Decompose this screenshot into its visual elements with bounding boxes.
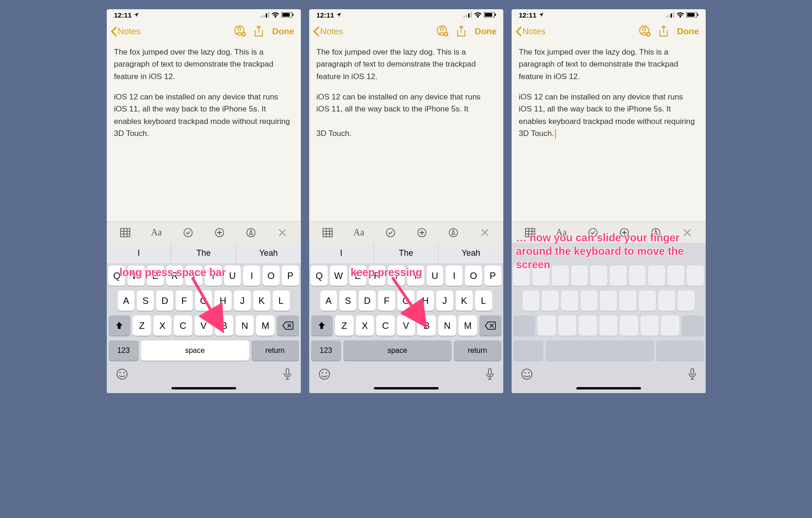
ghost-backspace[interactable]	[682, 315, 703, 336]
close-icon[interactable]	[272, 224, 293, 241]
key-o[interactable]: O	[465, 265, 482, 286]
key-q[interactable]: Q	[108, 265, 125, 286]
key-z[interactable]: Z	[133, 315, 151, 336]
key-p[interactable]: P	[484, 265, 501, 286]
key-y[interactable]: Y	[407, 265, 424, 286]
share-icon[interactable]	[251, 24, 267, 39]
ghost-key[interactable]	[648, 265, 665, 286]
add-person-icon[interactable]	[232, 24, 248, 39]
ghost-key[interactable]	[542, 290, 559, 311]
key-a[interactable]: A	[320, 290, 337, 311]
note-content[interactable]: The fox jumped over the lazy dog. This i…	[107, 43, 301, 222]
add-icon[interactable]	[614, 224, 635, 241]
note-content[interactable]: The fox jumped over the lazy dog. This i…	[512, 43, 706, 222]
home-indicator[interactable]	[374, 387, 439, 389]
key-u[interactable]: U	[427, 265, 444, 286]
ghost-key[interactable]	[558, 315, 577, 336]
key-h[interactable]: H	[417, 290, 434, 311]
share-icon[interactable]	[453, 24, 469, 39]
table-icon[interactable]	[520, 224, 540, 241]
key-c[interactable]: C	[174, 315, 192, 336]
key-l[interactable]: L	[475, 290, 492, 311]
suggestion-2[interactable]: The	[374, 243, 439, 263]
add-icon[interactable]	[412, 224, 432, 241]
key-o[interactable]: O	[263, 265, 280, 286]
key-t[interactable]: T	[185, 265, 202, 286]
key-z[interactable]: Z	[335, 315, 354, 336]
ghost-return[interactable]	[656, 340, 704, 361]
ghost-key[interactable]	[571, 265, 588, 286]
close-icon[interactable]	[677, 224, 697, 241]
checklist-icon[interactable]	[178, 224, 198, 241]
ghost-key[interactable]	[537, 315, 556, 336]
add-icon[interactable]	[209, 224, 230, 241]
key-w[interactable]: W	[128, 265, 145, 286]
key-d[interactable]: D	[359, 290, 376, 311]
suggestion-1[interactable]: I	[309, 243, 374, 263]
ghost-space[interactable]	[546, 340, 654, 361]
key-h[interactable]: H	[214, 290, 232, 311]
key-k[interactable]: K	[456, 290, 473, 311]
backspace-key[interactable]	[277, 315, 299, 336]
ghost-key[interactable]	[658, 290, 675, 311]
ghost-key[interactable]	[532, 265, 549, 286]
back-button[interactable]: Notes	[515, 26, 546, 37]
ghost-key[interactable]	[687, 265, 704, 286]
key-f[interactable]: F	[378, 290, 395, 311]
key-y[interactable]: Y	[205, 265, 222, 286]
ghost-key[interactable]	[579, 315, 597, 336]
ghost-key[interactable]	[610, 265, 627, 286]
key-d[interactable]: D	[156, 290, 173, 311]
key-w[interactable]: W	[330, 265, 347, 286]
home-indicator[interactable]	[171, 387, 236, 389]
ghost-key[interactable]	[639, 290, 656, 311]
key-e[interactable]: E	[147, 265, 164, 286]
return-key[interactable]: return	[251, 340, 299, 361]
key-g[interactable]: G	[195, 290, 212, 311]
ghost-key[interactable]	[513, 265, 530, 286]
markup-icon[interactable]	[443, 224, 464, 241]
dictation-icon[interactable]	[486, 368, 494, 382]
key-x[interactable]: X	[153, 315, 172, 336]
done-button[interactable]: Done	[674, 26, 702, 37]
ghost-key[interactable]	[523, 290, 540, 311]
checklist-icon[interactable]	[583, 224, 603, 241]
key-p[interactable]: P	[282, 265, 299, 286]
key-m[interactable]: M	[256, 315, 275, 336]
ghost-key[interactable]	[619, 290, 636, 311]
key-b[interactable]: B	[215, 315, 233, 336]
key-l[interactable]: L	[273, 290, 290, 311]
space-key[interactable]: space	[141, 340, 249, 361]
ghost-key[interactable]	[620, 315, 638, 336]
key-c[interactable]: C	[376, 315, 395, 336]
done-button[interactable]: Done	[269, 26, 297, 37]
ghost-numeric[interactable]	[513, 340, 543, 361]
ghost-key[interactable]	[552, 265, 569, 286]
numeric-key[interactable]: 123	[311, 340, 341, 361]
key-e[interactable]: E	[349, 265, 366, 286]
key-r[interactable]: R	[166, 265, 183, 286]
emoji-icon[interactable]	[318, 368, 330, 382]
key-u[interactable]: U	[224, 265, 241, 286]
ghost-key[interactable]	[661, 315, 679, 336]
ghost-key[interactable]	[580, 290, 598, 311]
ghost-key[interactable]	[641, 315, 659, 336]
ghost-key[interactable]	[629, 265, 646, 286]
suggestion-3[interactable]: Yeah	[439, 243, 503, 263]
key-j[interactable]: J	[436, 290, 453, 311]
key-n[interactable]: N	[438, 315, 457, 336]
table-icon[interactable]	[115, 224, 135, 241]
key-v[interactable]: V	[397, 315, 415, 336]
dictation-icon[interactable]	[283, 368, 292, 382]
key-a[interactable]: A	[118, 290, 135, 311]
back-button[interactable]: Notes	[313, 26, 343, 37]
share-icon[interactable]	[656, 24, 672, 39]
back-button[interactable]: Notes	[110, 26, 141, 37]
text-format-icon[interactable]: Aa	[551, 224, 572, 241]
ghost-key[interactable]	[599, 315, 618, 336]
return-key[interactable]: return	[454, 340, 501, 361]
close-icon[interactable]	[475, 224, 495, 241]
key-m[interactable]: M	[458, 315, 477, 336]
checklist-icon[interactable]	[380, 224, 401, 241]
home-indicator[interactable]	[576, 387, 641, 389]
